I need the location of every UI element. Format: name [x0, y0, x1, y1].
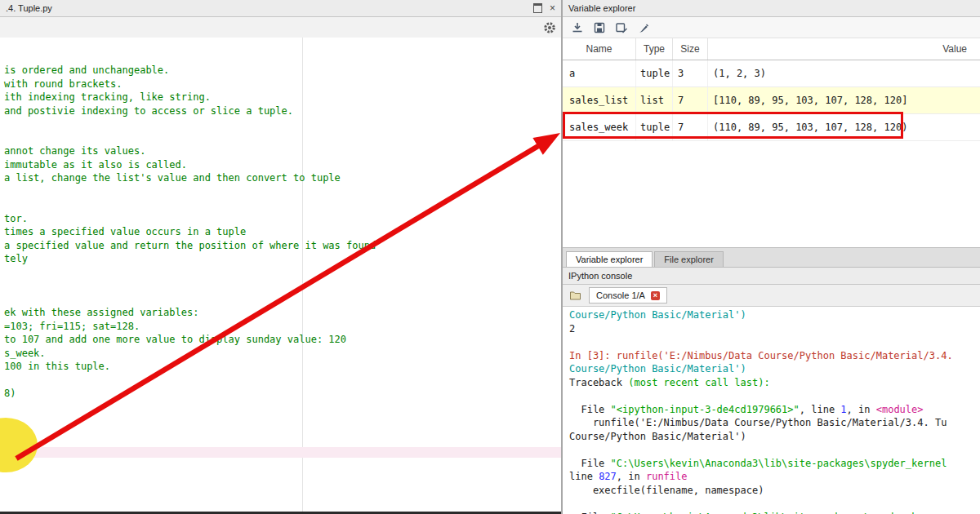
- editor-tab-title: .4. Tuple.py: [6, 3, 52, 13]
- console-tab[interactable]: Console 1/A ×: [589, 287, 667, 304]
- right-panel: Variable explorer: [563, 0, 980, 514]
- console-line: In [3]: runfile('E:/Nimbus/Data Course/P…: [569, 349, 980, 363]
- variable-explorer-toolbar: [563, 17, 980, 38]
- console-text-segment: "<ipython-input-3-de4cd1979661>": [611, 404, 800, 415]
- console-text-segment: runfile('E:/Nimbus/Data Course/Python Ba…: [569, 417, 947, 428]
- cell-name: a: [563, 60, 636, 86]
- console-text-segment: , in: [617, 471, 646, 482]
- console-text-segment: line: [569, 471, 599, 482]
- editor-pane: .4. Tuple.py × is ordered and unchangeab…: [0, 0, 563, 514]
- editor-line: a specified value and return the positio…: [4, 239, 561, 253]
- editor-line: and postivie indexing to access or slice…: [4, 104, 561, 118]
- variable-row-sales_list[interactable]: sales_listlist7[110, 89, 95, 103, 107, 1…: [563, 87, 980, 114]
- editor-line: ek with these assigned variables:: [4, 306, 561, 320]
- editor-toolbar: [0, 17, 561, 38]
- console-text-segment: In [3]: runfile('E:/Nimbus/Data Course/P…: [569, 350, 953, 361]
- variable-explorer-title: Variable explorer: [568, 3, 635, 13]
- refresh-brush-icon[interactable]: [637, 21, 650, 34]
- cell-name: sales_list: [563, 87, 636, 113]
- console-text-segment: , in: [847, 404, 876, 415]
- editor-line: [4, 117, 561, 131]
- save-data-as-icon[interactable]: [615, 21, 628, 34]
- editor-line: [4, 293, 561, 307]
- editor-line: tely: [4, 252, 561, 266]
- variable-rows: atuple3(1, 2, 3)sales_listlist7[110, 89,…: [563, 60, 980, 141]
- editor-titlebar: .4. Tuple.py ×: [0, 0, 561, 17]
- current-line-highlight: [0, 447, 561, 458]
- cell-size: 7: [673, 114, 708, 140]
- cell-size: 3: [673, 60, 708, 86]
- undock-pane-icon[interactable]: [533, 3, 542, 13]
- import-data-icon[interactable]: [571, 21, 584, 34]
- console-text-segment: runfile: [646, 471, 688, 482]
- editor-line: annot change its values.: [4, 144, 561, 158]
- cell-value: (110, 89, 95, 103, 107, 128, 120): [708, 114, 980, 140]
- console-text-segment: Traceback: [569, 377, 628, 388]
- editor-line: [4, 198, 561, 212]
- console-line: [569, 335, 980, 349]
- console-tab-label: Console 1/A: [596, 290, 645, 300]
- cell-type: list: [636, 87, 673, 113]
- console-line: File "<ipython-input-3-de4cd1979661>", l…: [569, 403, 980, 417]
- console-line: Course/Python Basic/Material'): [569, 362, 980, 376]
- tab-variable-explorer[interactable]: Variable explorer: [566, 251, 653, 267]
- console-close-icon[interactable]: ×: [651, 291, 660, 300]
- cell-type: tuple: [636, 60, 673, 86]
- column-header-value[interactable]: Value: [708, 38, 980, 60]
- console-text-segment: "C:\Users\kevin\Anaconda3\lib\site-packa…: [611, 458, 947, 469]
- editor-line: [4, 279, 561, 293]
- variable-table: NameTypeSizeValue atuple3(1, 2, 3)sales_…: [563, 38, 980, 247]
- console-line: 2: [569, 322, 980, 336]
- cell-type: tuple: [636, 114, 673, 140]
- console-output[interactable]: Course/Python Basic/Material')2In [3]: r…: [563, 307, 980, 514]
- console-line: File "C:\Users\kevin\Anaconda3\lib\site-…: [569, 457, 980, 471]
- cell-size: 7: [673, 87, 708, 113]
- editor-line: is ordered and unchangeable.: [4, 64, 561, 78]
- console-line: Traceback (most recent call last):: [569, 376, 980, 390]
- console-text-segment: Course/Python Basic/Material'): [569, 363, 746, 374]
- console-text-segment: "C:\Users\kevin\Anaconda3\lib\site-packa…: [611, 512, 924, 514]
- cell-value: [110, 89, 95, 103, 107, 128, 120]: [708, 87, 980, 113]
- console-line: File "C:\Users\kevin\Anaconda3\lib\site-…: [569, 511, 980, 514]
- variable-explorer-titlebar: Variable explorer: [563, 0, 980, 17]
- editor-line: times a specified value occurs in a tupl…: [4, 225, 561, 239]
- editor-line: ith indexing tracking, like string.: [4, 91, 561, 104]
- variable-table-header: NameTypeSizeValue: [563, 38, 980, 60]
- editor-line: s_week.: [4, 347, 561, 361]
- variable-row-a[interactable]: atuple3(1, 2, 3): [563, 60, 980, 87]
- column-header-size[interactable]: Size: [673, 38, 708, 60]
- console-text-segment: 827: [599, 471, 617, 482]
- console-line: execfile(filename, namespace): [569, 484, 980, 498]
- console-text-segment: File: [569, 512, 611, 514]
- editor-line: tor.: [4, 212, 561, 226]
- save-data-icon[interactable]: [593, 21, 606, 34]
- ipython-console-titlebar: IPython console: [563, 268, 980, 285]
- tab-file-explorer[interactable]: File explorer: [654, 251, 724, 267]
- console-line: line 827, in runfile: [569, 470, 980, 484]
- editor-line: to 107 and add one more value to display…: [4, 333, 561, 347]
- console-text-segment: <module>: [876, 404, 924, 415]
- console-text-segment: 1: [840, 404, 846, 415]
- editor-line: [4, 185, 561, 199]
- cell-name: sales_week: [563, 114, 636, 140]
- editor-line: =103; fri=115; sat=128.: [4, 320, 561, 334]
- console-line: [569, 443, 980, 457]
- code-editor-area[interactable]: is ordered and unchangeable.with round b…: [0, 38, 561, 512]
- console-text-segment: File: [569, 458, 611, 469]
- editor-line: with round brackets.: [4, 78, 561, 91]
- editor-line: 100 in this tuple.: [4, 360, 561, 374]
- console-line: [569, 497, 980, 511]
- variable-row-sales_week[interactable]: sales_weektuple7(110, 89, 95, 103, 107, …: [563, 114, 980, 141]
- column-header-type[interactable]: Type: [636, 38, 673, 60]
- console-line: [569, 389, 980, 403]
- cell-value: (1, 2, 3): [708, 60, 980, 86]
- folder-icon[interactable]: [569, 290, 581, 301]
- column-header-name[interactable]: Name: [563, 38, 636, 60]
- console-text-segment: File: [569, 404, 611, 415]
- close-pane-icon[interactable]: ×: [550, 4, 555, 12]
- editor-line: [4, 374, 561, 388]
- gear-icon[interactable]: [543, 21, 556, 34]
- explorer-tab-bar: Variable explorer File explorer: [563, 247, 980, 268]
- editor-line: [4, 131, 561, 145]
- console-line: Course/Python Basic/Material'): [569, 430, 980, 444]
